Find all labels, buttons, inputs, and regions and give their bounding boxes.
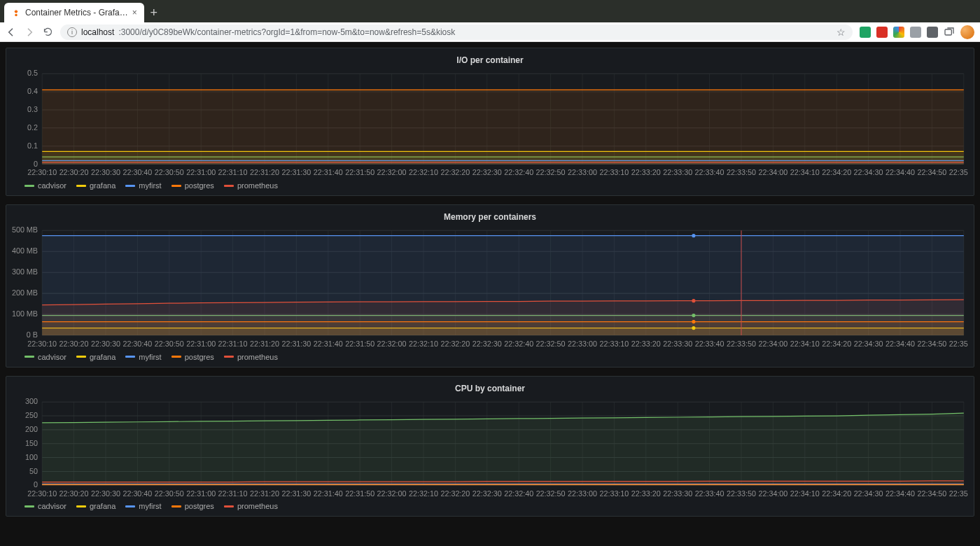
legend-item-postgres[interactable]: postgres (172, 181, 214, 190)
xtick-label: 22:31:50 (345, 489, 374, 497)
hover-point-prometheus (692, 299, 695, 302)
extension-icon-3[interactable] (893, 27, 904, 38)
legend-label: prometheus (237, 353, 278, 361)
chart-svg-mem[interactable]: 0 B100 MB200 MB300 MB400 MB500 MB22:30:1… (12, 226, 968, 349)
legend-item-postgres[interactable]: postgres (172, 502, 214, 510)
xtick-label: 22:32:40 (504, 489, 533, 497)
hover-point-grafana (692, 326, 695, 330)
xtick-label: 22:32:50 (536, 340, 566, 348)
ytick-label: 0 B (27, 330, 38, 339)
xtick-label: 22:31:30 (281, 489, 311, 497)
legend-item-grafana[interactable]: grafana (76, 353, 115, 361)
chart-area-io[interactable]: 00.10.20.30.40.522:30:1022:30:2022:30:30… (12, 69, 968, 177)
bookmark-star-icon[interactable]: ☆ (836, 27, 846, 38)
ytick-label: 100 (25, 452, 38, 461)
extension-icon-2[interactable] (876, 27, 888, 38)
xtick-label: 22:32:50 (536, 168, 566, 176)
extension-icon-5[interactable] (927, 27, 938, 38)
legend-item-prometheus[interactable]: prometheus (224, 502, 278, 510)
xtick-label: 22:32:20 (440, 489, 470, 497)
xtick-label: 22:31:10 (218, 489, 248, 497)
browser-tab-active[interactable]: Container Metrics - Grafa… × (4, 3, 144, 22)
panel-title-mem[interactable]: Memory per containers (12, 209, 968, 226)
panel-title-cpu[interactable]: CPU by container (12, 381, 968, 398)
legend-swatch-prometheus-icon (224, 185, 234, 187)
hover-point-cadvisor (692, 314, 695, 317)
legend-item-grafana[interactable]: grafana (76, 502, 115, 510)
xtick-label: 22:32:20 (440, 168, 470, 176)
xtick-label: 22:32:30 (472, 168, 502, 176)
legend-item-myfirst[interactable]: myfirst (125, 353, 161, 361)
legend-swatch-cadvisor-icon (24, 185, 34, 187)
xtick-label: 22:30:10 (27, 168, 57, 176)
browser-toolbar: i localhost:3000/d/y0C89beWk/container-m… (0, 22, 980, 42)
legend-item-grafana[interactable]: grafana (76, 181, 115, 190)
xtick-label: 22:32:10 (409, 168, 438, 176)
xtick-label: 22:30:10 (27, 340, 57, 348)
reload-button[interactable] (42, 27, 53, 38)
url-bar[interactable]: i localhost:3000/d/y0C89beWk/container-m… (60, 24, 853, 40)
tab-close-icon[interactable]: × (132, 8, 137, 18)
ytick-label: 0 (34, 160, 38, 168)
xtick-label: 22:32:30 (472, 340, 502, 348)
svg-rect-1 (945, 29, 951, 35)
panel-cpu: CPU by container05010015020025030022:30:… (6, 376, 974, 517)
ytick-label: 250 (25, 411, 38, 419)
xtick-label: 22:34:30 (854, 340, 883, 348)
legend-item-prometheus[interactable]: prometheus (224, 181, 278, 190)
ytick-label: 100 MB (12, 309, 38, 318)
profile-avatar[interactable] (960, 25, 974, 39)
extension-icon-4[interactable] (910, 27, 921, 38)
extension-icon-1[interactable] (860, 27, 871, 38)
xtick-label: 22:30:50 (155, 168, 184, 176)
grafana-favicon-icon (11, 8, 21, 18)
new-tab-button[interactable]: + (144, 3, 164, 22)
legend-swatch-postgres-icon (172, 185, 181, 187)
ytick-label: 500 MB (12, 226, 38, 234)
legend-item-prometheus[interactable]: prometheus (224, 353, 278, 361)
legend-item-cadvisor[interactable]: cadvisor (24, 353, 66, 361)
url-path: :3000/d/y0C89beWk/container-metrics?orgI… (118, 27, 455, 37)
chart-area-mem[interactable]: 0 B100 MB200 MB300 MB400 MB500 MB22:30:1… (12, 226, 968, 349)
legend-label: postgres (185, 353, 214, 361)
legend-item-cadvisor[interactable]: cadvisor (24, 502, 66, 510)
ytick-label: 300 (25, 398, 38, 405)
tab-switch-icon[interactable] (944, 27, 955, 38)
panel-mem: Memory per containers0 B100 MB200 MB300 … (6, 204, 974, 368)
xtick-label: 22:34:10 (790, 168, 820, 176)
tab-title: Container Metrics - Grafa… (25, 8, 128, 18)
legend-item-myfirst[interactable]: myfirst (125, 181, 161, 190)
legend-item-myfirst[interactable]: myfirst (125, 502, 161, 510)
legend-swatch-postgres-icon (172, 505, 181, 507)
xtick-label: 22:34:50 (917, 340, 946, 348)
legend-label: prometheus (237, 502, 278, 510)
legend-label: grafana (90, 181, 115, 190)
panel-title-io[interactable]: I/O per container (12, 52, 968, 69)
legend-label: cadvisor (38, 353, 66, 361)
extension-icons (860, 25, 974, 39)
ytick-label: 0.2 (27, 123, 38, 132)
legend-label: postgres (185, 181, 214, 190)
chart-legend-mem: cadvisorgrafanamyfirstpostgresprometheus (12, 349, 968, 361)
xtick-label: 22:30:20 (59, 340, 89, 348)
xtick-label: 22:31:40 (314, 489, 343, 497)
xtick-label: 22:31:20 (250, 340, 279, 348)
xtick-label: 22:33:00 (568, 340, 597, 348)
dashboard-viewport[interactable]: I/O per container00.10.20.30.40.522:30:1… (0, 42, 980, 546)
legend-item-postgres[interactable]: postgres (172, 353, 214, 361)
forward-button[interactable] (24, 27, 35, 38)
chart-svg-io[interactable]: 00.10.20.30.40.522:30:1022:30:2022:30:30… (12, 69, 968, 177)
xtick-label: 22:31:30 (281, 168, 311, 176)
back-button[interactable] (6, 27, 17, 38)
legend-swatch-myfirst-icon (125, 356, 135, 358)
xtick-label: 22:31:20 (250, 168, 279, 176)
legend-item-cadvisor[interactable]: cadvisor (24, 181, 66, 190)
xtick-label: 22:33:40 (695, 340, 724, 348)
series-area-prometheus (42, 300, 964, 335)
xtick-label: 22:33:50 (727, 340, 756, 348)
xtick-label: 22:30:50 (155, 489, 184, 497)
site-info-icon[interactable]: i (67, 27, 77, 37)
chart-area-cpu[interactable]: 05010015020025030022:30:1022:30:2022:30:… (12, 398, 968, 498)
xtick-label: 22:31:40 (314, 168, 343, 176)
chart-svg-cpu[interactable]: 05010015020025030022:30:1022:30:2022:30:… (12, 398, 968, 498)
